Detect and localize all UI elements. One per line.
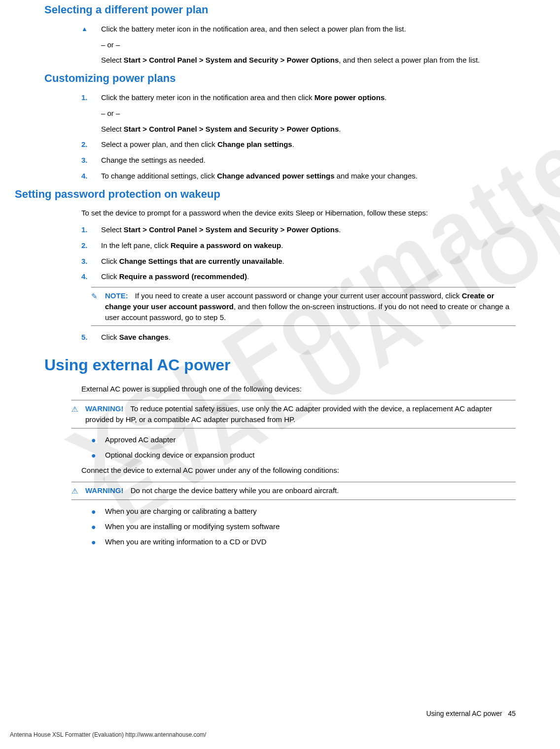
heading-customizing-power-plans: Customizing power plans (44, 71, 516, 86)
footer-right: Using external AC power 45 (426, 709, 516, 718)
page-number: 45 (508, 710, 516, 717)
text: To reduce potential safety issues, use o… (85, 404, 492, 424)
text: . (339, 125, 341, 133)
bold-text: Start > Control Panel > System and Secur… (124, 125, 339, 133)
note-admonition: ✎ NOTE: If you need to create a user acc… (91, 287, 516, 326)
text: Select a power plan, and then click (101, 140, 217, 148)
warning-icon: ⚠ (71, 403, 85, 425)
bullet-icon: ● (91, 536, 105, 548)
note-body: NOTE: If you need to create a user accou… (105, 290, 516, 322)
text: Select (101, 125, 124, 133)
bold-text: Start > Control Panel > System and Secur… (124, 56, 339, 64)
text: Click (101, 333, 119, 341)
list-item: ● When you are charging or calibrating a… (91, 506, 516, 517)
bullet-text: When you are installing or modifying sys… (105, 521, 280, 533)
page-content: Selecting a different power plan ▲ Click… (0, 2, 560, 548)
bold-text: Change Settings that are currently unava… (119, 257, 282, 265)
heading-password-protection: Setting password protection on wakeup (15, 186, 516, 202)
step-text: Select a power plan, and then click Chan… (101, 139, 516, 150)
list-item: 5. Click Save changes. (81, 332, 516, 343)
step-text: Click the battery meter icon in the noti… (101, 24, 516, 35)
note-label: NOTE: (105, 291, 128, 300)
warning-admonition: ⚠ WARNING! To reduce potential safety is… (71, 400, 516, 428)
step-text: Select Start > Control Panel > System an… (101, 124, 516, 135)
or-text: – or – (101, 108, 516, 119)
bold-text: Start > Control Panel > System and Secur… (124, 225, 339, 234)
list-item: ● Approved AC adapter (91, 434, 516, 446)
step-text: Click the battery meter icon in the noti… (101, 92, 516, 103)
footer-section-title: Using external AC power (426, 710, 502, 717)
text: Click (101, 272, 119, 281)
triangle-icon: ▲ (81, 24, 101, 35)
list-number: 3. (81, 256, 101, 267)
or-text: – or – (101, 39, 516, 50)
connect-text: Connect the device to external AC power … (81, 465, 516, 476)
text: . (282, 257, 284, 265)
heading-external-ac-power: Using external AC power (44, 354, 516, 376)
warning-label: WARNING! (85, 404, 124, 413)
intro-text: External AC power is supplied through on… (81, 384, 516, 394)
bullet-text: When you are writing information to a CD… (105, 536, 267, 548)
text: Do not charge the device battery while y… (131, 486, 339, 495)
step-text: Select Start > Control Panel > System an… (101, 224, 516, 235)
text: and make your changes. (335, 172, 418, 180)
list-number: 3. (81, 155, 101, 166)
bold-text: More power options (315, 93, 385, 102)
list-item: 1. Select Start > Control Panel > System… (81, 224, 516, 235)
step-text: In the left pane, click Require a passwo… (101, 240, 516, 251)
step-text: Click Require a password (recommended). (101, 271, 516, 282)
bold-text: Require a password on wakeup (171, 241, 281, 250)
text: Click (101, 257, 119, 265)
step-text: Click Change Settings that are currently… (101, 256, 516, 267)
list-number: 1. (81, 224, 101, 235)
list-item: 3. Change the settings as needed. (81, 155, 516, 166)
warning-body: WARNING! Do not charge the device batter… (85, 485, 516, 497)
warning-body: WARNING! To reduce potential safety issu… (85, 403, 516, 425)
text: In the left pane, click (101, 241, 171, 250)
bold-text: Save changes (119, 333, 169, 341)
step-text: To change additional settings, click Cha… (101, 171, 516, 181)
bold-text: Change plan settings (217, 140, 292, 148)
bullet-icon: ● (91, 450, 105, 461)
list-item: 4. Click Require a password (recommended… (81, 271, 516, 282)
bold-text: Require a password (recommended) (119, 272, 247, 281)
list-item: ● When you are installing or modifying s… (91, 521, 516, 533)
text: Select (101, 225, 124, 234)
list-item: 3. Click Change Settings that are curren… (81, 256, 516, 267)
bullet-text: When you are charging or calibrating a b… (105, 506, 257, 517)
step-text: Click Save changes. (101, 332, 516, 343)
bullet-icon: ● (91, 521, 105, 533)
bullet-text: Optional docking device or expansion pro… (105, 450, 255, 461)
bullet-icon: ● (91, 434, 105, 446)
list-item: 4. To change additional settings, click … (81, 171, 516, 181)
list-number: 1. (81, 92, 101, 103)
list-item: ● Optional docking device or expansion p… (91, 450, 516, 461)
list-item: ▲ Click the battery meter icon in the no… (81, 24, 516, 35)
list-number: 2. (81, 139, 101, 150)
footer-left: Antenna House XSL Formatter (Evaluation)… (10, 731, 206, 739)
warning-icon: ⚠ (71, 485, 85, 497)
step-text: Select Start > Control Panel > System an… (101, 55, 516, 66)
text: , and then select a power plan from the … (339, 56, 480, 64)
note-icon: ✎ (91, 290, 105, 322)
text: . (339, 225, 341, 234)
text: . (169, 333, 171, 341)
list-number: 5. (81, 332, 101, 343)
bullet-text: Approved AC adapter (105, 434, 175, 446)
step-text: Change the settings as needed. (101, 155, 516, 166)
list-number: 4. (81, 171, 101, 181)
text: . (247, 272, 249, 281)
warning-label: WARNING! (85, 486, 124, 495)
bullet-icon: ● (91, 506, 105, 517)
text: . (292, 140, 294, 148)
text: . (281, 241, 283, 250)
list-item: 2. In the left pane, click Require a pas… (81, 240, 516, 251)
text: To change additional settings, click (101, 172, 217, 180)
heading-selecting-power-plan: Selecting a different power plan (44, 2, 516, 18)
list-item: 2. Select a power plan, and then click C… (81, 139, 516, 150)
text: If you need to create a user account pas… (135, 291, 462, 300)
list-item: 1. Click the battery meter icon in the n… (81, 92, 516, 103)
list-number: 2. (81, 240, 101, 251)
intro-text: To set the device to prompt for a passwo… (81, 208, 516, 218)
list-item: ● When you are writing information to a … (91, 536, 516, 548)
